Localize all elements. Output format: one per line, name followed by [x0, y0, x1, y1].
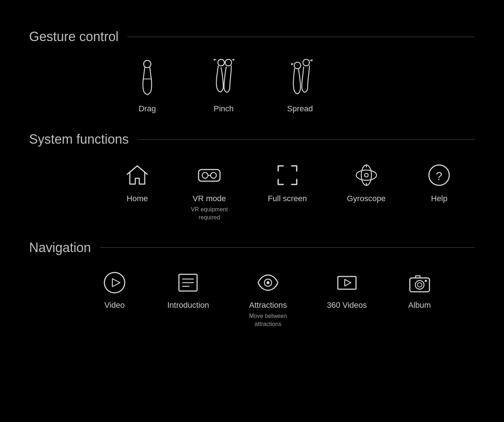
gesture-pinch: Pinch	[207, 59, 240, 114]
svg-point-34	[425, 280, 427, 282]
navigation-header: Navigation	[29, 240, 475, 255]
svg-point-16	[364, 174, 368, 177]
system-fullscreen: Full screen	[268, 162, 307, 203]
vr-sublabel: VR equipmentrequired	[191, 206, 228, 222]
fullscreen-icon	[274, 162, 301, 189]
nav-video: Video	[102, 270, 127, 310]
system-gyroscope: Gyroscope	[347, 162, 385, 203]
video-label: Video	[104, 300, 125, 310]
system-title: System functions	[29, 132, 129, 147]
svg-point-14	[356, 170, 376, 180]
system-home: Home	[124, 162, 151, 203]
gyroscope-icon	[353, 162, 380, 189]
gesture-title: Gesture control	[29, 29, 119, 44]
gesture-header: Gesture control	[29, 29, 475, 44]
attractions-label: Attractions	[249, 300, 287, 310]
attractions-sublabel: Move betweenattractions	[249, 312, 287, 329]
home-label: Home	[127, 194, 148, 203]
svg-point-33	[417, 283, 422, 287]
nav-360videos: 360 Videos	[327, 270, 367, 310]
svg-point-2	[218, 59, 224, 66]
system-vr: VR mode VR equipmentrequired	[191, 162, 228, 222]
help-icon: ?	[425, 162, 453, 189]
spread-label: Spread	[287, 104, 313, 114]
introduction-label: Introduction	[167, 300, 209, 310]
gesture-spread: Spread	[284, 59, 316, 114]
page: Gesture control Drag	[0, 0, 504, 422]
nav-attractions: Attractions Move betweenattractions	[249, 270, 287, 329]
video-icon	[102, 270, 127, 295]
home-icon	[124, 162, 151, 189]
gesture-section: Gesture control Drag	[29, 29, 475, 114]
svg-text:?: ?	[436, 170, 443, 183]
album-icon	[407, 270, 432, 295]
pinch-label: Pinch	[213, 104, 233, 114]
svg-point-32	[415, 280, 424, 289]
360videos-label: 360 Videos	[327, 300, 367, 310]
svg-point-21	[104, 272, 125, 293]
navigation-line	[100, 247, 475, 248]
system-help: ? Help	[425, 162, 453, 203]
svg-point-28	[267, 281, 269, 284]
svg-point-11	[202, 172, 208, 178]
album-label: Album	[408, 300, 431, 310]
svg-point-12	[211, 172, 216, 178]
system-header: System functions	[29, 132, 475, 147]
vr-icon	[196, 162, 223, 189]
help-label: Help	[431, 194, 447, 203]
gesture-drag: Drag	[131, 59, 164, 114]
spread-icon	[284, 59, 316, 99]
gesture-icons-row: Drag	[29, 59, 475, 114]
navigation-title: Navigation	[29, 240, 91, 255]
360-icon	[334, 270, 360, 295]
svg-point-6	[294, 62, 301, 69]
introduction-icon	[175, 270, 201, 295]
svg-point-0	[144, 60, 151, 68]
attractions-icon	[255, 270, 281, 295]
system-line	[137, 139, 475, 140]
fullscreen-label: Full screen	[268, 194, 307, 203]
vr-label: VR mode	[193, 194, 226, 203]
nav-introduction: Introduction	[167, 270, 209, 310]
svg-marker-22	[112, 279, 120, 287]
svg-marker-30	[345, 279, 351, 286]
svg-point-7	[303, 59, 309, 66]
nav-album: Album	[407, 270, 432, 310]
drag-icon	[131, 59, 164, 99]
navigation-section: Navigation Video	[29, 240, 475, 329]
svg-point-3	[225, 59, 232, 66]
system-section: System functions Home	[29, 132, 475, 222]
svg-point-15	[361, 165, 371, 186]
system-icons-row: Home VR mode VR equipmentrequired	[29, 162, 475, 222]
pinch-icon	[207, 59, 240, 99]
svg-rect-29	[338, 276, 356, 289]
drag-label: Drag	[139, 104, 156, 114]
navigation-icons-row: Video Introduction	[29, 270, 475, 329]
gesture-line	[127, 37, 475, 37]
gyroscope-label: Gyroscope	[347, 194, 385, 203]
